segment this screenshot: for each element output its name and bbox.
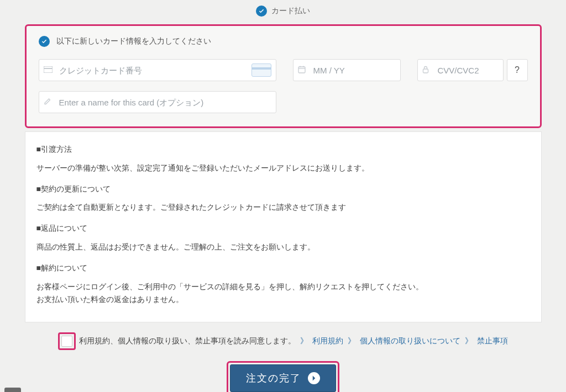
separator-icon: 》 [300, 336, 308, 346]
separator-icon: 》 [465, 336, 473, 346]
submit-frame: 注文の完了 [227, 361, 339, 392]
pencil-icon [44, 98, 51, 107]
card-panel-header: 以下に新しいカード情報を入力してください [39, 36, 528, 47]
info-text: ご契約は全て自動更新となります。ご登録されたクレジットカードに請求させて頂きます [36, 201, 530, 214]
terms-link-tos[interactable]: 利用規約 [312, 336, 343, 346]
svg-rect-2 [298, 67, 305, 73]
cc-cvv-field[interactable] [417, 59, 504, 81]
bottom-left-chip [4, 388, 21, 392]
info-text: 商品の性質上、返品はお受けできません。ご理解の上、ご注文をお願いします。 [36, 241, 530, 254]
card-entry-panel: 以下に新しいカード情報を入力してください [25, 24, 542, 128]
terms-link-privacy[interactable]: 個人情報の取り扱いについて [360, 336, 460, 346]
svg-rect-0 [44, 66, 53, 73]
info-heading: ■解約について [36, 262, 530, 275]
lock-icon [422, 66, 429, 75]
info-heading: ■契約の更新について [36, 183, 530, 196]
card-icon [44, 66, 53, 74]
cc-expiry-field[interactable] [293, 59, 401, 81]
terms-checkbox-frame [58, 332, 76, 350]
cvv-help-button[interactable]: ? [507, 59, 528, 81]
cc-expiry-input[interactable] [299, 60, 395, 81]
cc-cvv-group: ? [417, 59, 528, 81]
separator-icon: 》 [348, 336, 355, 346]
calendar-icon [298, 66, 306, 75]
card-panel-heading: 以下に新しいカード情報を入力してください [56, 36, 211, 46]
terms-prefix: 利用規約、個人情報の取り扱い、禁止事項を読み同意します。 [79, 336, 296, 346]
payment-method-card[interactable]: カード払い [25, 3, 542, 24]
payment-method-label: カード払い [271, 6, 310, 16]
info-text: サーバーの準備が整い次第、設定完了通知をご登録いただいたメールアドレスにお送りし… [36, 162, 530, 175]
info-heading: ■引渡方法 [36, 143, 530, 156]
check-circle-icon [39, 36, 50, 47]
card-name-input[interactable] [45, 92, 270, 113]
terms-info-box: ■引渡方法 サーバーの準備が整い次第、設定完了通知をご登録いただいたメールアドレ… [25, 131, 542, 322]
svg-rect-6 [423, 69, 428, 73]
terms-link-prohibited[interactable]: 禁止事項 [477, 336, 508, 346]
card-fields-row: ? [39, 59, 528, 81]
submit-label: 注文の完了 [246, 372, 301, 385]
check-circle-icon [256, 6, 267, 17]
card-name-field[interactable] [39, 91, 276, 113]
checkout-container: カード払い 以下に新しいカード情報を入力してください [25, 0, 542, 392]
complete-order-button[interactable]: 注文の完了 [230, 364, 336, 392]
terms-agreement-row: 利用規約、個人情報の取り扱い、禁止事項を読み同意します。 》 利用規約 》 個人… [25, 332, 542, 350]
info-text: お客様ページにログイン後、ご利用中の「サービスの詳細を見る」を押し、解約リクエス… [36, 280, 530, 307]
cc-cvv-input[interactable] [423, 60, 497, 81]
submit-wrap: 注文の完了 [25, 361, 542, 392]
info-heading: ■返品について [36, 222, 530, 235]
card-brand-icon [251, 63, 271, 77]
arrow-right-circle-icon [308, 372, 320, 384]
cc-number-input[interactable] [45, 60, 270, 81]
svg-rect-1 [44, 68, 53, 69]
cc-number-field[interactable] [39, 59, 276, 81]
terms-checkbox[interactable] [61, 336, 72, 347]
